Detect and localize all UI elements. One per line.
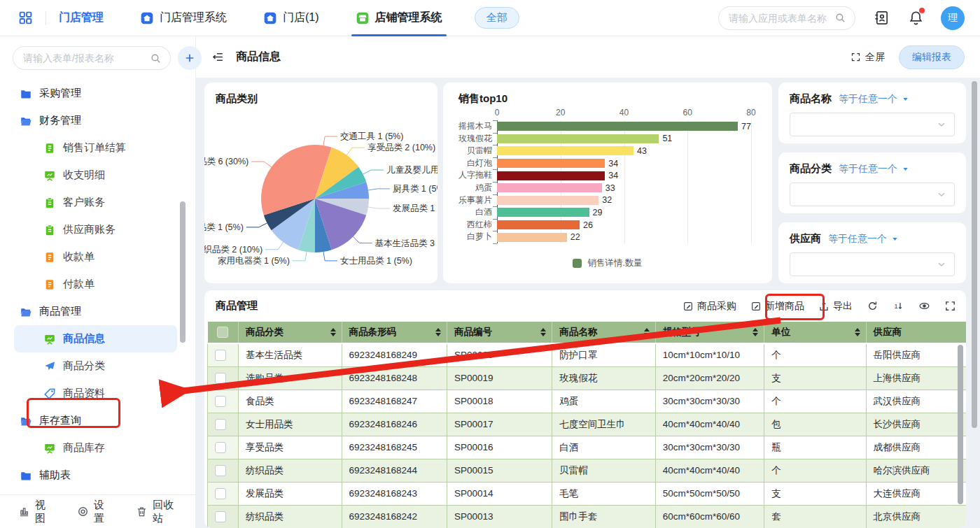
add-product-button[interactable]: 新增商品 bbox=[750, 300, 804, 313]
sidebar-footer-视图[interactable]: 视图 bbox=[18, 499, 50, 525]
eye-icon[interactable] bbox=[918, 300, 930, 312]
sort-icon[interactable] bbox=[435, 328, 441, 336]
sidebar-item-采购管理[interactable]: 采购管理 bbox=[14, 80, 177, 107]
avatar[interactable]: 理 bbox=[941, 6, 965, 30]
collapse-sidebar-icon[interactable] bbox=[211, 50, 225, 64]
table-row-SP00014[interactable]: 发展品类6923248168243SP00014毛笔50cm*50cm*50/5… bbox=[208, 482, 967, 505]
sidebar-item-商品分类[interactable]: 商品分类 bbox=[14, 352, 177, 380]
all-badge[interactable]: 全部 bbox=[475, 7, 519, 29]
sidebar-item-财务管理[interactable]: 财务管理 bbox=[14, 107, 177, 134]
sidebar-item-商品库存[interactable]: 商品库存 bbox=[14, 434, 177, 462]
bar-category-label: 鸡蛋 bbox=[443, 182, 492, 194]
table-row-SP00015[interactable]: 纺织品类6923248168244SP00015贝雷帽40cm*40cm*40/… bbox=[208, 459, 967, 482]
bar-row: 33 bbox=[497, 182, 751, 194]
navbar-search-input[interactable] bbox=[729, 13, 834, 24]
bar-白灯泡[interactable] bbox=[497, 159, 605, 168]
filter-operator[interactable]: 等于任意一个 bbox=[839, 93, 910, 106]
bar-玫瑰假花[interactable] bbox=[497, 134, 659, 143]
table-row-SP00013[interactable]: 纺织品类6923248168242SP00013围巾手套60cm*60cm*60… bbox=[208, 505, 967, 528]
table-scrollbar[interactable] bbox=[958, 345, 963, 504]
table-row-SP00018[interactable]: 食品类6923248168247SP00018鸡蛋30cm*30cm*30/30… bbox=[208, 390, 967, 413]
sidebar-item-辅助表[interactable]: 辅助表 bbox=[14, 462, 177, 489]
sort-icon[interactable] bbox=[330, 328, 336, 336]
filter-select-商品分类[interactable] bbox=[790, 183, 955, 206]
bar-人字拖鞋[interactable] bbox=[497, 171, 605, 180]
filter-select-商品名称[interactable] bbox=[790, 113, 955, 136]
table-row-SP00019[interactable]: 选购品类6923248168248SP00019玫瑰假花20cm*20cm*20… bbox=[208, 366, 967, 390]
column-header-商品编号[interactable]: 商品编号 bbox=[447, 322, 552, 343]
sort-icon[interactable]: 1 bbox=[892, 300, 904, 312]
sidebar-item-商品资料[interactable]: 商品资料 bbox=[14, 380, 177, 407]
row-checkbox[interactable] bbox=[215, 442, 226, 453]
add-form-button[interactable] bbox=[178, 46, 202, 70]
edit-report-button[interactable]: 编辑报表 bbox=[899, 45, 965, 69]
filter-select-供应商[interactable] bbox=[790, 252, 955, 276]
contacts-icon[interactable] bbox=[874, 10, 890, 26]
pie-leader-line bbox=[323, 136, 337, 145]
pie-leader-line bbox=[353, 236, 372, 243]
row-checkbox[interactable] bbox=[215, 488, 226, 499]
sidebar-item-商品管理[interactable]: 商品管理 bbox=[14, 298, 177, 325]
bar-白萝卜[interactable] bbox=[497, 233, 567, 242]
column-header-供应商[interactable]: 供应商 bbox=[866, 322, 966, 343]
sidebar-item-收款单[interactable]: 收款单 bbox=[14, 243, 177, 271]
row-checkbox[interactable] bbox=[215, 511, 226, 522]
column-header-商品分类[interactable]: 商品分类 bbox=[239, 322, 342, 343]
nav-tab-0[interactable]: 门店管理系统 bbox=[140, 0, 227, 36]
table-cell: 30cm*30cm*30/30 bbox=[655, 390, 764, 413]
sort-icon[interactable] bbox=[855, 328, 860, 336]
nav-home-link[interactable]: 门店管理 bbox=[59, 10, 104, 25]
bell-icon[interactable] bbox=[908, 10, 924, 26]
sort-icon[interactable] bbox=[540, 328, 546, 336]
column-header-商品条形码[interactable]: 商品条形码 bbox=[342, 322, 447, 343]
row-checkbox[interactable] bbox=[215, 419, 226, 430]
table-row-SP00020[interactable]: 基本生活品类6923248168249SP00020防护口罩10cm*10cm*… bbox=[208, 343, 967, 366]
navbar-search[interactable] bbox=[718, 6, 855, 30]
sort-icon[interactable] bbox=[752, 328, 758, 336]
table-row-SP00016[interactable]: 享受品类6923248168245SP00016白酒30cm*30cm*30/3… bbox=[208, 436, 967, 459]
bar-白酒[interactable] bbox=[497, 208, 589, 217]
sidebar-footer-设置[interactable]: 设置 bbox=[77, 499, 109, 525]
pie-label-享受品类: 享受品类 2 (10%) bbox=[368, 143, 435, 152]
sidebar-scrollbar[interactable] bbox=[180, 201, 186, 343]
sidebar-item-客户账务[interactable]: 客户账务 bbox=[14, 189, 177, 216]
bar-摇摇木马[interactable] bbox=[497, 122, 738, 131]
purchase-button[interactable]: 商品采购 bbox=[682, 300, 736, 313]
table-row-SP00017[interactable]: 女士用品类6923248168246SP00017七度空间卫生巾40cm*40c… bbox=[208, 413, 967, 436]
select-all-checkbox[interactable] bbox=[217, 327, 228, 338]
nav-tab-1[interactable]: 门店(1) bbox=[263, 0, 319, 36]
fullscreen-button[interactable]: 全屏 bbox=[850, 51, 885, 64]
export-button[interactable]: 导出 bbox=[818, 300, 853, 313]
sidebar-footer-回收站[interactable]: 回收站 bbox=[136, 499, 177, 525]
bar-鸡蛋[interactable] bbox=[497, 183, 602, 192]
main-scrollbar[interactable] bbox=[972, 81, 977, 428]
sidebar-item-销售订单结算[interactable]: 销售订单结算 bbox=[14, 134, 177, 162]
row-checkbox[interactable] bbox=[215, 373, 226, 384]
row-checkbox[interactable] bbox=[215, 396, 226, 407]
column-header-规格型号[interactable]: 规格型号 bbox=[655, 322, 764, 343]
sidebar-item-商品信息[interactable]: 商品信息 bbox=[14, 325, 177, 352]
sidebar-search[interactable] bbox=[13, 46, 171, 70]
bar-乐事薯片[interactable] bbox=[497, 196, 598, 205]
sidebar-item-库存查询[interactable]: 库存查询 bbox=[14, 407, 177, 434]
sort-icon[interactable] bbox=[644, 328, 650, 336]
column-header-单位[interactable]: 单位 bbox=[764, 322, 866, 343]
sidebar-item-收支明细[interactable]: 收支明细 bbox=[14, 162, 177, 189]
fs-corners-icon[interactable] bbox=[944, 300, 956, 312]
bar-贝雷帽[interactable] bbox=[497, 146, 634, 155]
bar-row: 34 bbox=[497, 169, 751, 182]
row-checkbox[interactable] bbox=[215, 350, 226, 361]
refresh-icon[interactable] bbox=[867, 300, 878, 312]
sidebar-item-供应商账务[interactable]: 供应商账务 bbox=[14, 216, 177, 243]
bar-legend[interactable]: 销售详情.数量 bbox=[443, 257, 772, 269]
filter-operator[interactable]: 等于任意一个 bbox=[828, 233, 899, 245]
bar-西红柿[interactable] bbox=[497, 220, 580, 229]
sidebar-item-付款单[interactable]: 付款单 bbox=[14, 271, 177, 298]
row-checkbox[interactable] bbox=[215, 465, 226, 476]
filter-operator[interactable]: 等于任意一个 bbox=[839, 163, 910, 176]
column-header-商品名称[interactable]: 商品名称 bbox=[552, 322, 655, 343]
sidebar-search-input[interactable] bbox=[23, 52, 150, 64]
app-launcher-icon[interactable] bbox=[18, 10, 33, 25]
table-cell: 防护口罩 bbox=[552, 343, 655, 366]
nav-tab-2[interactable]: 店铺管理系统 bbox=[356, 0, 442, 36]
